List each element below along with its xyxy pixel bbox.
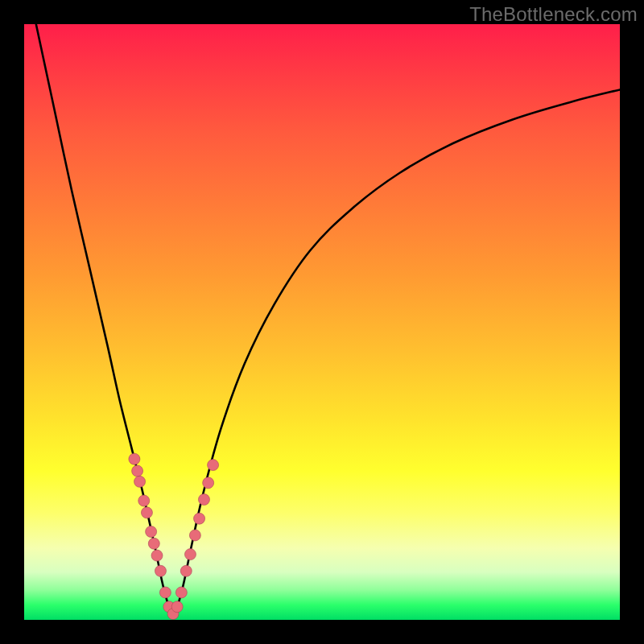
highlight-dot [132,465,143,477]
highlight-dot [146,526,157,537]
plot-area [24,24,620,620]
highlight-dot [184,549,196,560]
highlight-dot [180,565,192,576]
highlight-dot [189,530,200,541]
watermark-label: TheBottleneck.com [469,3,638,26]
bottleneck-curve [36,24,620,614]
highlight-dot [134,476,146,487]
highlight-dot [155,565,166,576]
chart-frame: TheBottleneck.com [0,0,644,644]
highlight-dot [129,453,140,464]
highlight-dot [159,587,171,598]
highlight-dot [194,513,205,524]
highlight-dot [171,601,183,613]
highlight-dot [141,507,152,518]
highlight-dot [138,495,150,506]
highlight-dot [208,460,219,471]
highlight-dot [203,477,214,489]
curve-layer [24,24,620,620]
highlight-dot [148,538,159,549]
highlight-dots-group [129,453,219,619]
highlight-dot [175,587,187,598]
highlight-dot [151,550,163,561]
highlight-dot [198,494,209,506]
